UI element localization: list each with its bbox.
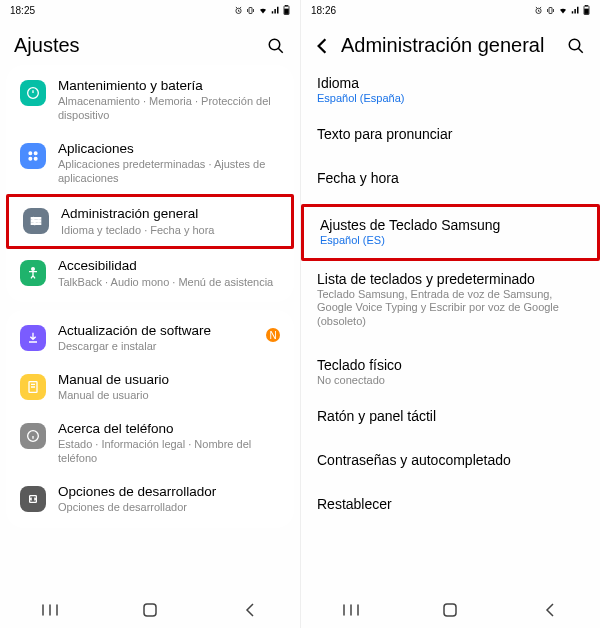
svg-rect-28 [444, 604, 456, 616]
search-button[interactable] [566, 36, 586, 56]
home-button[interactable] [130, 600, 170, 620]
row-subtitle: Español (ES) [320, 234, 581, 248]
settings-list: Mantenimiento y bateríaAlmacenamiento · … [0, 65, 300, 592]
settings-row[interactable]: Manual de usuarioManual de usuario [6, 363, 294, 412]
settings-group: Mantenimiento y bateríaAlmacenamiento · … [6, 65, 294, 302]
settings-row[interactable]: IdiomaEspañol (España) [301, 65, 600, 116]
navigation-bar [301, 592, 600, 628]
accessibility-icon [20, 260, 46, 286]
signal-icon [571, 6, 580, 15]
back-button[interactable] [230, 600, 270, 620]
row-subtitle: Estado · Información legal · Nombre del … [58, 438, 280, 466]
phone-left: 18:25 Ajustes Mantenimiento y bateríaAlm… [0, 0, 300, 628]
settings-row[interactable]: Texto para pronunciar [301, 116, 600, 152]
row-subtitle: TalkBack · Audio mono · Menú de asistenc… [58, 276, 280, 290]
divider [301, 152, 600, 160]
settings-row[interactable]: Teclado físicoNo conectado [301, 347, 600, 398]
battery-icon [583, 5, 590, 15]
status-icons [534, 5, 590, 15]
page-header: Administración general [301, 20, 600, 65]
svg-rect-25 [586, 5, 588, 6]
settings-row[interactable]: Restablecer [301, 486, 600, 522]
divider [301, 434, 600, 442]
vibrate-icon [246, 6, 255, 15]
dev-icon [20, 486, 46, 512]
settings-row[interactable]: Actualización de softwareDescargar e ins… [6, 314, 294, 363]
row-title: Accesibilidad [58, 258, 280, 274]
chevron-left-icon [315, 37, 329, 55]
row-title: Restablecer [317, 496, 584, 512]
svg-rect-4 [285, 9, 289, 14]
settings-row[interactable]: Ajustes de Teclado SamsungEspañol (ES) [301, 204, 600, 261]
row-title: Manual de usuario [58, 372, 280, 388]
row-subtitle: No conectado [317, 374, 584, 388]
settings-row[interactable]: AplicacionesAplicaciones predeterminadas… [6, 132, 294, 195]
wifi-icon [558, 6, 568, 15]
settings-row[interactable]: Mantenimiento y bateríaAlmacenamiento · … [6, 69, 294, 132]
settings-group: Actualización de softwareDescargar e ins… [6, 310, 294, 528]
back-button[interactable] [315, 37, 333, 55]
svg-point-5 [269, 39, 280, 50]
row-title: Ajustes de Teclado Samsung [320, 217, 581, 233]
settings-row[interactable]: AccesibilidadTalkBack · Audio mono · Men… [6, 249, 294, 298]
update-icon [20, 325, 46, 351]
svg-rect-1 [249, 7, 252, 13]
row-title: Lista de teclados y predeterminado [317, 271, 584, 287]
divider [301, 478, 600, 486]
about-icon [20, 423, 46, 449]
search-icon [567, 37, 585, 55]
svg-point-15 [38, 220, 40, 222]
row-title: Teclado físico [317, 357, 584, 373]
alarm-icon [234, 6, 243, 15]
wifi-icon [258, 6, 268, 15]
settings-row[interactable]: Contraseñas y autocompletado [301, 442, 600, 478]
row-subtitle: Opciones de desarrollador [58, 501, 280, 515]
row-title: Mantenimiento y batería [58, 78, 280, 94]
general-icon [23, 208, 49, 234]
row-title: Administración general [61, 206, 277, 222]
page-header: Ajustes [0, 20, 300, 65]
clock: 18:26 [311, 5, 336, 16]
svg-point-8 [34, 152, 37, 155]
svg-rect-3 [286, 5, 288, 6]
alarm-icon [534, 6, 543, 15]
battery-icon [283, 5, 290, 15]
row-title: Actualización de software [58, 323, 280, 339]
search-icon [267, 37, 285, 55]
settings-row[interactable]: Ratón y panel táctil [301, 398, 600, 434]
svg-rect-23 [549, 7, 552, 13]
row-title: Opciones de desarrollador [58, 484, 280, 500]
svg-point-16 [34, 223, 36, 225]
row-subtitle: Manual de usuario [58, 389, 280, 403]
row-subtitle: Almacenamiento · Memoria · Protección de… [58, 95, 280, 123]
recents-button[interactable] [331, 600, 371, 620]
navigation-bar [0, 592, 300, 628]
settings-row[interactable]: Administración generalIdioma y teclado ·… [6, 194, 294, 249]
svg-point-9 [29, 157, 32, 160]
settings-row[interactable]: Opciones de desarrolladorOpciones de des… [6, 475, 294, 524]
vibrate-icon [546, 6, 555, 15]
row-subtitle: Idioma y teclado · Fecha y hora [61, 224, 277, 238]
settings-row[interactable]: Fecha y hora [301, 160, 600, 196]
svg-point-14 [32, 218, 34, 220]
settings-row[interactable]: Acerca del teléfonoEstado · Información … [6, 412, 294, 475]
row-title: Ratón y panel táctil [317, 408, 584, 424]
page-title: Administración general [341, 34, 558, 57]
svg-point-27 [569, 39, 580, 50]
page-title: Ajustes [14, 34, 258, 57]
svg-point-17 [32, 268, 35, 271]
phone-right: 18:26 Administración general IdiomaEspañ… [300, 0, 600, 628]
home-button[interactable] [430, 600, 470, 620]
row-title: Aplicaciones [58, 141, 280, 157]
search-button[interactable] [266, 36, 286, 56]
svg-rect-21 [144, 604, 156, 616]
back-button[interactable] [530, 600, 570, 620]
row-subtitle: Español (España) [317, 92, 584, 106]
settings-row[interactable]: Lista de teclados y predeterminadoTeclad… [301, 261, 600, 339]
svg-point-10 [34, 157, 37, 160]
battery-icon [20, 80, 46, 106]
svg-rect-26 [585, 9, 589, 14]
svg-point-7 [29, 152, 32, 155]
row-title: Contraseñas y autocompletado [317, 452, 584, 468]
recents-button[interactable] [30, 600, 70, 620]
